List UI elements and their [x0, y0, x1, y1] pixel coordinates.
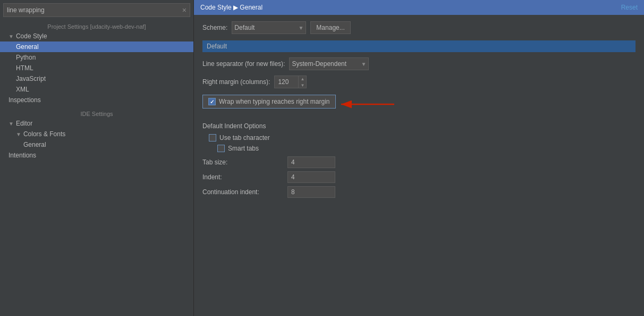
project-settings-label: Project Settings [udacity-web-dev-naf]	[0, 21, 193, 31]
right-margin-input[interactable]	[275, 77, 298, 87]
chevron-down-icon: ▼	[9, 34, 14, 39]
tree-item-label: Code Style	[16, 32, 47, 40]
tree-item-python[interactable]: Python	[0, 52, 193, 63]
tab-size-input[interactable]	[287, 156, 335, 168]
tree-item-html[interactable]: HTML	[0, 63, 193, 73]
reset-button[interactable]: Reset	[621, 4, 638, 11]
tree-item-javascript[interactable]: JavaScript	[0, 73, 193, 84]
right-header: Code Style ▶ General Reset	[194, 0, 644, 15]
arrow-annotation	[336, 96, 400, 112]
ide-settings-label: IDE Settings	[0, 109, 193, 118]
tree-item-label: General	[16, 43, 39, 51]
chevron-down-icon: ▼	[361, 61, 367, 67]
smart-tabs-label: Smart tabs	[228, 145, 259, 152]
line-separator-dropdown[interactable]: System-Dependent ▼	[289, 57, 369, 70]
tree-item-label: Intentions	[9, 152, 36, 159]
tree-item-label: Python	[16, 54, 36, 61]
smart-tabs-row: Smart tabs	[202, 145, 635, 152]
indent-label: Indent:	[202, 173, 287, 181]
default-section-header: Default	[202, 40, 635, 52]
tree-item-inspections[interactable]: Inspections	[0, 95, 193, 105]
tree-item-intentions[interactable]: Intentions	[0, 150, 193, 161]
tree-item-label: General	[23, 141, 46, 148]
scheme-value: Default	[234, 24, 296, 31]
indent-options-label: Default Indent Options	[202, 122, 635, 130]
chevron-down-icon: ▼	[298, 25, 303, 31]
indent-row: Indent:	[202, 171, 635, 183]
scheme-row: Scheme: Default ▼ Manage...	[202, 21, 635, 34]
tree-item-general[interactable]: General	[0, 41, 193, 52]
right-panel: Code Style ▶ General Reset Scheme: Defau…	[194, 0, 644, 316]
tree-item-label: JavaScript	[16, 75, 46, 82]
manage-button[interactable]: Manage...	[310, 21, 350, 34]
line-separator-value: System-Dependent	[292, 60, 359, 68]
wrap-button[interactable]: Wrap when typing reaches right margin	[202, 95, 336, 109]
line-separator-label: Line separator (for new files):	[202, 60, 285, 68]
continuation-indent-input[interactable]	[287, 186, 335, 198]
close-icon[interactable]: ×	[182, 6, 187, 14]
right-margin-row: Right margin (columns): ▲ ▼	[202, 76, 635, 88]
tree-item-editor[interactable]: ▼ Editor	[0, 118, 193, 129]
spinner-up[interactable]: ▲	[299, 76, 306, 82]
search-input[interactable]	[7, 6, 182, 14]
smart-tabs-checkbox[interactable]	[217, 145, 225, 152]
tree-item-code-style[interactable]: ▼ Code Style	[0, 31, 193, 41]
right-content: Scheme: Default ▼ Manage... Default Line…	[194, 15, 644, 316]
use-tab-row: Use tab character	[202, 134, 635, 142]
wrap-checkbox	[208, 98, 216, 105]
chevron-down-icon: ▼	[16, 131, 21, 137]
tree-item-colors-fonts[interactable]: ▼ Colors & Fonts	[0, 129, 193, 139]
tree-item-label: HTML	[16, 64, 33, 72]
tree-item-label: XML	[16, 86, 29, 93]
chevron-down-icon: ▼	[9, 121, 14, 127]
tree-item-label: Inspections	[9, 96, 41, 104]
tab-size-label: Tab size:	[202, 159, 287, 166]
tree-item-label: Colors & Fonts	[23, 130, 65, 138]
breadcrumb: Code Style ▶ General	[200, 4, 262, 11]
continuation-indent-label: Continuation indent:	[202, 188, 287, 196]
line-separator-row: Line separator (for new files): System-D…	[202, 57, 635, 70]
tree-section: Project Settings [udacity-web-dev-naf] ▼…	[0, 19, 193, 316]
use-tab-checkbox[interactable]	[209, 134, 216, 142]
continuation-indent-row: Continuation indent:	[202, 186, 635, 198]
search-bar: ×	[3, 3, 190, 17]
wrap-button-label: Wrap when typing reaches right margin	[219, 98, 330, 105]
indent-input[interactable]	[287, 171, 335, 183]
tab-size-row: Tab size:	[202, 156, 635, 168]
tree-item-xml[interactable]: XML	[0, 84, 193, 95]
right-margin-label: Right margin (columns):	[202, 78, 270, 86]
spinner-down[interactable]: ▼	[299, 82, 306, 88]
tree-item-colors-fonts-general[interactable]: General	[0, 139, 193, 150]
scheme-label: Scheme:	[202, 24, 227, 31]
tree-item-label: Editor	[16, 120, 32, 127]
spinner-arrows: ▲ ▼	[298, 76, 306, 88]
scheme-dropdown[interactable]: Default ▼	[232, 21, 306, 34]
left-panel: × Project Settings [udacity-web-dev-naf]…	[0, 0, 194, 316]
use-tab-label: Use tab character	[219, 134, 270, 142]
